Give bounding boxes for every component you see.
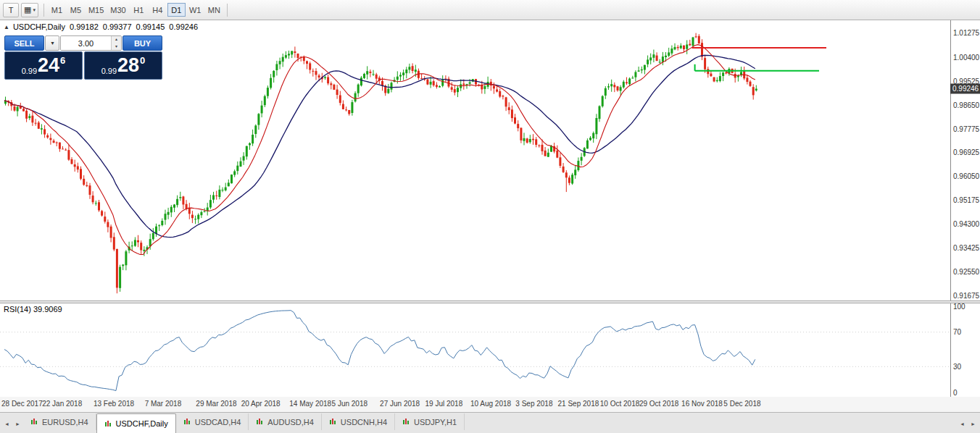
svg-text:70: 70 <box>953 328 962 336</box>
time-axis-label: 22 Jan 2018 <box>42 400 82 408</box>
sell-price-pip: 6 <box>60 52 65 66</box>
time-axis-label: 5 Jun 2018 <box>332 400 368 408</box>
volume-dropdown-button[interactable]: ▼ <box>45 35 59 51</box>
chart-tab-eurusd-h4[interactable]: EURUSD,H4 <box>23 413 96 430</box>
rsi-indicator-label: RSI(14) 39.9069 <box>4 305 62 314</box>
spinner-up-icon[interactable]: ▴ <box>112 36 121 43</box>
time-axis-label: 27 Jun 2018 <box>380 400 420 408</box>
chevron-down-icon: ▼ <box>50 41 55 46</box>
chart-tab-label: USDCNH,H4 <box>341 418 387 426</box>
time-axis[interactable]: 28 Dec 201722 Jan 201813 Feb 20187 Mar 2… <box>0 397 980 413</box>
volume-spinner: ▴ ▾ <box>111 36 121 50</box>
chart-tab-label: USDCAD,H4 <box>195 418 241 426</box>
sell-price-display[interactable]: 0.99 24 6 <box>4 51 83 80</box>
timeframe-button-h4[interactable]: H4 <box>149 3 167 17</box>
buy-price-big: 28 <box>117 56 139 75</box>
tabs-right-nav: ◄ ► <box>957 416 979 433</box>
candlestick-chart-icon <box>329 418 337 426</box>
ohlc-low: 0.99145 <box>136 22 165 31</box>
symbol-title: USDCHF,Daily <box>13 22 65 31</box>
chart-tab-label: USDCHF,Daily <box>116 419 168 428</box>
rsi-svg[interactable]: 10070300 <box>0 303 980 397</box>
timeframe-button-m5[interactable]: M5 <box>67 3 85 17</box>
buy-price-prefix: 0.99 <box>101 67 117 79</box>
sell-button[interactable]: SELL <box>4 35 44 51</box>
candlestick-chart-icon <box>402 418 410 426</box>
chart-tool-button[interactable]: T <box>3 3 19 17</box>
volume-input[interactable] <box>61 36 111 50</box>
timeframe-button-m15[interactable]: M15 <box>86 3 107 17</box>
chart-tab-label: EURUSD,H4 <box>42 418 88 426</box>
buy-button[interactable]: BUY <box>122 35 162 51</box>
chart-tab-usdchf-daily[interactable]: USDCHF,Daily <box>96 413 176 433</box>
timeframe-button-w1[interactable]: W1 <box>186 3 204 17</box>
chart-tabbar: ◄ ► EURUSD,H4USDCHF,DailyUSDCAD,H4AUDUSD… <box>0 413 980 433</box>
timeframe-button-d1[interactable]: D1 <box>167 3 186 17</box>
chart-tab-usdjpy-h1[interactable]: USDJPY,H1 <box>395 413 465 430</box>
buy-price-pip: 0 <box>140 52 145 66</box>
layout-tool-button[interactable]: ▦ ▾ <box>21 3 38 17</box>
svg-text:0.94300: 0.94300 <box>953 220 980 228</box>
svg-text:30: 30 <box>953 363 962 371</box>
tabs-scroll-left-button[interactable]: ◄ <box>1 416 12 431</box>
svg-text:0.91675: 0.91675 <box>953 292 980 300</box>
time-axis-label: 7 Mar 2018 <box>145 400 182 408</box>
svg-text:0.96925: 0.96925 <box>953 148 980 156</box>
timeframe-group: M1M5M15M30H1H4D1W1MN <box>48 3 223 17</box>
buy-price-display[interactable]: 0.99 28 0 <box>84 51 162 80</box>
time-axis-label: 14 May 2018 <box>289 400 331 408</box>
svg-text:1.01275: 1.01275 <box>953 29 980 37</box>
svg-text:0.93425: 0.93425 <box>953 244 980 252</box>
time-axis-label: 19 Jul 2018 <box>425 400 463 408</box>
chart-tab-usdcad-h4[interactable]: USDCAD,H4 <box>176 413 249 430</box>
layers-icon: ▦ <box>24 5 31 14</box>
time-axis-label: 20 Apr 2018 <box>241 400 281 408</box>
time-axis-label: 5 Dec 2018 <box>723 400 760 408</box>
candlestick-chart-icon <box>256 418 264 426</box>
time-axis-label: 3 Sep 2018 <box>515 400 552 408</box>
rsi-panel: 10070300 RSI(14) 39.9069 <box>0 303 980 397</box>
toolbar-separator <box>43 4 44 17</box>
time-axis-label: 29 Mar 2018 <box>196 400 236 408</box>
candlestick-chart-icon <box>30 418 38 426</box>
svg-text:0.97775: 0.97775 <box>953 125 980 133</box>
candlestick-chart-icon <box>183 418 191 426</box>
toolbar-separator <box>227 4 228 17</box>
time-axis-label: 13 Feb 2018 <box>94 400 134 408</box>
time-axis-label: 10 Oct 2018 <box>600 400 639 408</box>
chevron-down-icon: ▾ <box>33 7 36 13</box>
chart-tab-label: USDJPY,H1 <box>414 418 457 426</box>
chart-tab-usdcnh-h4[interactable]: USDCNH,H4 <box>322 413 395 430</box>
tabs-scroll-right-button[interactable]: ► <box>12 416 23 431</box>
chart-tool-icon: T <box>9 6 14 14</box>
svg-text:0.92550: 0.92550 <box>953 268 980 276</box>
volume-field-wrap: ▴ ▾ <box>60 35 122 51</box>
svg-text:0.99246: 0.99246 <box>952 85 979 93</box>
one-click-trading-panel: SELL ▼ ▴ ▾ BUY 0.99 24 6 0.99 28 <box>4 35 162 80</box>
svg-text:0: 0 <box>953 389 958 397</box>
main-chart-area: 1.012751.004000.995250.986500.977750.969… <box>0 20 980 300</box>
spinner-down-icon[interactable]: ▾ <box>112 43 121 51</box>
svg-text:1.00400: 1.00400 <box>953 54 980 62</box>
svg-text:0.98650: 0.98650 <box>953 101 980 109</box>
timeframe-button-h1[interactable]: H1 <box>130 3 148 17</box>
timeframe-button-m30[interactable]: M30 <box>107 3 128 17</box>
time-axis-label: 16 Nov 2018 <box>681 400 723 408</box>
tabs-scroll-left-button[interactable]: ◄ <box>957 416 968 431</box>
ohlc-close: 0.99246 <box>169 22 198 31</box>
time-axis-label: 28 Dec 2017 <box>1 400 43 408</box>
ohlc-high: 0.99377 <box>103 22 132 31</box>
top-toolbar: T ▦ ▾ M1M5M15M30H1H4D1W1MN <box>0 0 980 20</box>
svg-text:0.95175: 0.95175 <box>953 196 980 204</box>
chart-header: ▲ USDCHF,Daily 0.99182 0.99377 0.99145 0… <box>4 22 198 31</box>
candlestick-chart-icon <box>104 420 112 428</box>
sell-price-big: 24 <box>38 56 59 75</box>
svg-text:100: 100 <box>953 303 966 311</box>
collapse-panel-icon[interactable]: ▲ <box>4 24 9 30</box>
time-axis-label: 21 Sep 2018 <box>558 400 599 408</box>
timeframe-button-mn[interactable]: MN <box>205 3 223 17</box>
timeframe-button-m1[interactable]: M1 <box>48 3 66 17</box>
chart-tab-audusd-h4[interactable]: AUDUSD,H4 <box>249 413 322 430</box>
ohlc-open: 0.99182 <box>70 22 99 31</box>
tabs-scroll-right-button[interactable]: ► <box>968 416 979 431</box>
